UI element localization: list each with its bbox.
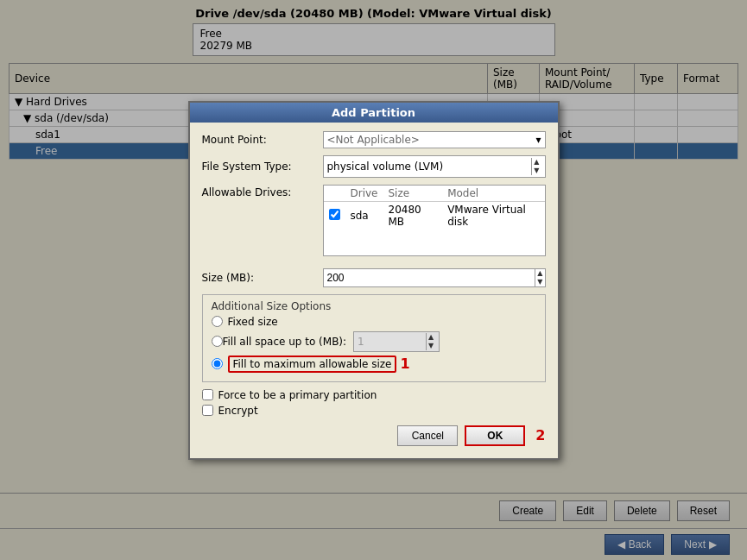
dialog-title: Add Partition bbox=[190, 103, 558, 123]
drives-table: Drive Size Model sda 20480 bbox=[324, 186, 545, 255]
size-options-group: Additional Size Options Fixed size Fill … bbox=[202, 294, 546, 382]
fixed-size-label: Fixed size bbox=[228, 316, 278, 328]
drive-checkbox[interactable] bbox=[329, 209, 340, 220]
size-row: Size (MB): ▲ ▼ bbox=[202, 268, 546, 287]
main-window: Drive /dev/sda (20480 MB) (Model: VMware… bbox=[0, 0, 747, 560]
fill-space-input[interactable]: 1 ▲ ▼ bbox=[353, 331, 440, 352]
allowable-drives-row: Allowable Drives: Drive Size Model bbox=[202, 185, 546, 263]
fill-up-icon[interactable]: ▲ bbox=[428, 333, 434, 342]
fixed-size-row: Fixed size bbox=[212, 316, 536, 328]
mount-point-label: Mount Point: bbox=[202, 134, 323, 146]
encrypt-label: Encrypt bbox=[218, 405, 258, 417]
fill-max-label: Fill to maximum allowable size bbox=[228, 356, 397, 373]
dialog-footer: Cancel OK 2 bbox=[202, 425, 546, 450]
fill-space-radio[interactable] bbox=[212, 336, 223, 347]
spinner-up-icon[interactable]: ▲ bbox=[534, 158, 539, 167]
size-options-legend: Additional Size Options bbox=[212, 300, 536, 312]
drives-col-model: Model bbox=[442, 186, 544, 202]
size-down-icon[interactable]: ▼ bbox=[537, 278, 542, 286]
drive-row: sda 20480 MB VMware Virtual disk bbox=[324, 201, 545, 230]
size-input[interactable]: ▲ ▼ bbox=[323, 268, 546, 287]
allowable-drives-label: Allowable Drives: bbox=[202, 185, 323, 198]
ok-button[interactable]: OK bbox=[465, 425, 525, 446]
size-label: Size (MB): bbox=[202, 272, 323, 284]
chevron-down-icon: ▾ bbox=[535, 134, 541, 146]
step2-annotation: 2 bbox=[535, 427, 545, 444]
modal-overlay: Add Partition Mount Point: <Not Applicab… bbox=[0, 0, 747, 560]
fs-type-row: File System Type: physical volume (LVM) … bbox=[202, 155, 546, 178]
cancel-button[interactable]: Cancel bbox=[397, 425, 458, 446]
encrypt-checkbox[interactable] bbox=[202, 405, 213, 416]
fixed-size-radio[interactable] bbox=[212, 316, 223, 327]
fill-space-value: 1 bbox=[358, 336, 364, 348]
fill-down-icon[interactable]: ▼ bbox=[428, 342, 434, 350]
drives-col-check bbox=[324, 186, 345, 202]
drives-table-container: Drive Size Model sda 20480 bbox=[323, 185, 546, 263]
force-primary-checkbox[interactable] bbox=[202, 389, 213, 400]
drives-col-drive: Drive bbox=[345, 186, 383, 202]
force-primary-label: Force to be a primary partition bbox=[218, 389, 377, 401]
fill-max-radio[interactable] bbox=[212, 358, 223, 369]
dialog-content: Mount Point: <Not Applicable> ▾ File Sys… bbox=[190, 123, 558, 458]
encrypt-row: Encrypt bbox=[202, 405, 546, 417]
fill-max-row: Fill to maximum allowable size 1 bbox=[212, 356, 536, 373]
fs-type-select[interactable]: physical volume (LVM) ▲ ▼ bbox=[323, 155, 546, 178]
mount-point-row: Mount Point: <Not Applicable> ▾ bbox=[202, 131, 546, 148]
mount-point-input[interactable]: <Not Applicable> ▾ bbox=[323, 131, 546, 148]
size-field[interactable] bbox=[324, 270, 535, 286]
add-partition-dialog: Add Partition Mount Point: <Not Applicab… bbox=[188, 101, 560, 460]
fill-space-label: Fill all space up to (MB): bbox=[223, 336, 347, 348]
force-primary-row: Force to be a primary partition bbox=[202, 389, 546, 401]
drive-empty-row bbox=[324, 230, 545, 255]
fill-space-row: Fill all space up to (MB): 1 ▲ ▼ bbox=[212, 331, 536, 352]
size-up-icon[interactable]: ▲ bbox=[537, 269, 542, 278]
step1-annotation: 1 bbox=[400, 356, 409, 372]
spinner-down-icon[interactable]: ▼ bbox=[534, 167, 539, 175]
drives-col-size: Size bbox=[383, 186, 443, 202]
fs-type-label: File System Type: bbox=[202, 160, 323, 173]
